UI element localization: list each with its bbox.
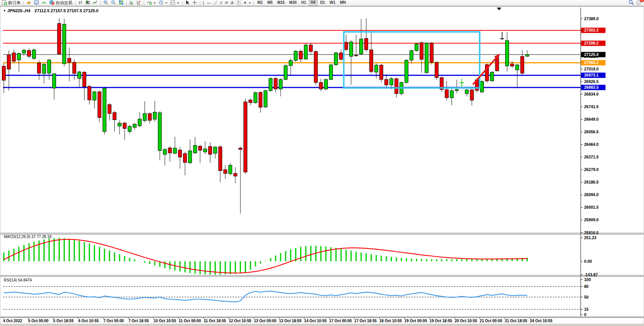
indicators-button[interactable]: ▼	[146, 0, 157, 6]
zoom-out-button[interactable]	[110, 0, 117, 6]
axis-label: 26186.5	[584, 180, 599, 184]
new-order-button[interactable]: 新订单	[1, 0, 22, 6]
axis-label: 15	[584, 307, 589, 312]
trend-line-icon: ／	[214, 1, 218, 5]
axis-label: 26741.5	[584, 104, 599, 109]
time-label: 20 Oct 10:55	[454, 319, 477, 323]
timeframe-button-m1[interactable]: M1	[255, 0, 265, 6]
step-back-button[interactable]	[128, 0, 135, 6]
timeframe-button-h1[interactable]: H1	[299, 0, 308, 6]
axis-label: 27065.2	[584, 60, 599, 65]
candle	[32, 49, 36, 60]
timeframe-button-m15[interactable]: M15	[275, 0, 286, 6]
candle	[405, 59, 408, 84]
autotrading-label: 自动交易	[56, 0, 72, 6]
axis-label: 26464.0	[584, 142, 599, 147]
toolbar: 新订单 自动交易 ▼ ▼ ▼ | — ／ ⫽ ≡	[0, 0, 644, 6]
bar-chart-icon	[78, 0, 83, 6]
styler-icon	[26, 0, 31, 6]
timeframe-strip: M1M5M15M30H1H4D1W1MN	[255, 0, 348, 6]
text-label-button[interactable]: T	[235, 0, 242, 6]
search-icon[interactable]	[628, 0, 634, 6]
time-label: 19 Oct 00:00	[405, 319, 427, 323]
bar-chart-button[interactable]	[77, 0, 84, 6]
cursor-icon	[185, 0, 190, 6]
candle	[264, 89, 267, 108]
candle	[415, 43, 418, 52]
new-order-icon	[2, 0, 7, 6]
axis-label: 26973.1	[584, 73, 599, 77]
candle	[304, 43, 308, 60]
time-label: 7 Oct 18:55	[128, 319, 149, 323]
toolbar-separator	[144, 1, 144, 5]
time-label: 14 Oct 10:55	[304, 319, 327, 323]
notifications-button[interactable]: 1	[636, 0, 642, 6]
time-label: 17 Oct 00:00	[329, 319, 352, 323]
candle	[329, 64, 333, 80]
step-back-icon	[129, 0, 134, 6]
signals-icon	[42, 0, 47, 6]
equidistant-channel-button[interactable]: ⫽	[219, 0, 223, 6]
candle	[58, 18, 61, 55]
axis-label: 27303.3	[584, 28, 599, 32]
mt4-terminal-window: 新订单 自动交易 ▼ ▼ ▼ | — ／ ⫽ ≡	[0, 0, 644, 326]
crosshair-button[interactable]	[191, 0, 198, 6]
cursor-button[interactable]	[184, 0, 191, 6]
time-label: 18 Oct 10:55	[379, 319, 402, 323]
candle	[334, 52, 338, 66]
timeframe-button-m5[interactable]: M5	[265, 0, 275, 6]
text-button[interactable]: A	[230, 0, 234, 6]
candle-chart-button[interactable]	[84, 0, 91, 6]
vertical-line-button[interactable]: |	[202, 0, 205, 6]
macd-indicator-label: MACD(12,26,9) 37.77 28.18	[4, 235, 51, 239]
periods-icon	[159, 0, 164, 6]
axis-label: 26834.0	[584, 92, 599, 96]
autotrading-button[interactable]: 自动交易	[48, 0, 74, 6]
timeframe-button-w1[interactable]: W1	[328, 0, 337, 6]
arrows-button[interactable]: ✦▼	[242, 0, 252, 6]
tile-windows-button[interactable]	[117, 0, 125, 6]
indicators-icon	[147, 0, 152, 6]
axis-label: 100	[584, 277, 591, 282]
terminal-button[interactable]	[33, 0, 40, 6]
chart-area[interactable]: 27389.027296.527204.027111.527019.026926…	[0, 0, 644, 326]
line-chart-button[interactable]	[92, 0, 99, 6]
time-label: 12 Oct 10:55	[229, 319, 251, 323]
axis-label: 26094.0	[584, 192, 599, 197]
horizontal-line-button[interactable]: —	[206, 0, 212, 6]
zoom-in-icon	[103, 0, 108, 6]
new-order-label: 新订单	[8, 0, 21, 6]
fibonacci-icon: ≡F	[225, 1, 228, 5]
axis-label: 27208.2	[584, 41, 599, 45]
notification-badge: 1	[640, 0, 644, 2]
dropdown-caret-icon: ▼	[153, 2, 156, 4]
timeframe-button-h4[interactable]: H4	[309, 0, 318, 6]
time-label: 13 Oct 18:55	[279, 319, 302, 323]
templates-button[interactable]: ▼	[169, 0, 181, 6]
timeframe-button-m30[interactable]: M30	[287, 0, 299, 6]
axis-label: 80	[584, 284, 589, 289]
collapse-caret-icon[interactable]: ▼	[3, 9, 6, 13]
text-icon: A	[231, 1, 233, 5]
equidistant-channel-icon: ⫽	[220, 1, 222, 5]
templates-icon	[170, 0, 175, 6]
trend-line-button[interactable]: ／	[212, 0, 219, 6]
axis-label: -143.87	[584, 272, 598, 277]
candle	[435, 61, 438, 80]
timeframe-button-d1[interactable]: D1	[318, 0, 327, 6]
step-forward-button[interactable]	[135, 0, 142, 6]
toolbar-separator	[254, 1, 254, 5]
toolbar-separator	[23, 1, 24, 5]
axis-label: 26371.5	[584, 155, 599, 159]
candle	[98, 90, 101, 122]
tile-windows-icon	[119, 0, 124, 6]
signals-button[interactable]	[40, 0, 48, 6]
axis-label: 26883.5	[584, 85, 599, 89]
periods-button[interactable]: ▼	[157, 0, 169, 6]
zoom-in-button[interactable]	[102, 0, 109, 6]
timeframe-button-mn[interactable]: MN	[338, 0, 348, 6]
terminal-icon	[34, 0, 39, 6]
text-label-icon: T	[236, 0, 241, 5]
fibonacci-button[interactable]: ≡F	[224, 0, 230, 6]
styler-button[interactable]	[25, 0, 32, 6]
